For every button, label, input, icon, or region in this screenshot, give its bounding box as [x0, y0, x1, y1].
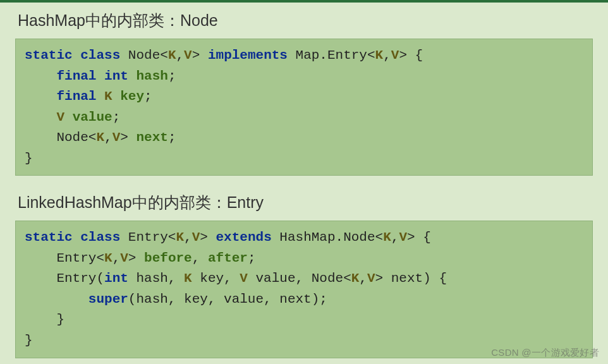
kw-int: int	[104, 271, 128, 286]
section2-code: static class Entry<K,V> extends HashMap.…	[15, 221, 593, 358]
section1-heading: HashMap中的内部类：Node	[11, 3, 597, 39]
section1-code: static class Node<K,V> implements Map.En…	[15, 39, 593, 176]
kw-class: class	[80, 48, 120, 63]
kw-static: static	[25, 48, 73, 63]
kw-static: static	[25, 230, 73, 245]
document-root: HashMap中的内部类：Node static class Node<K,V>…	[0, 3, 608, 358]
kw-super: super	[88, 292, 128, 306]
kw-final: final	[56, 69, 96, 83]
watermark-text: CSDN @一个游戏爱好者	[491, 347, 599, 359]
section2-heading: LinkedHashMap中的内部类：Entry	[11, 185, 597, 221]
kw-class: class	[80, 230, 120, 245]
kw-int: int	[104, 69, 128, 83]
kw-extends: extends	[216, 230, 272, 245]
kw-implements: implements	[208, 48, 288, 63]
kw-final: final	[56, 89, 96, 104]
